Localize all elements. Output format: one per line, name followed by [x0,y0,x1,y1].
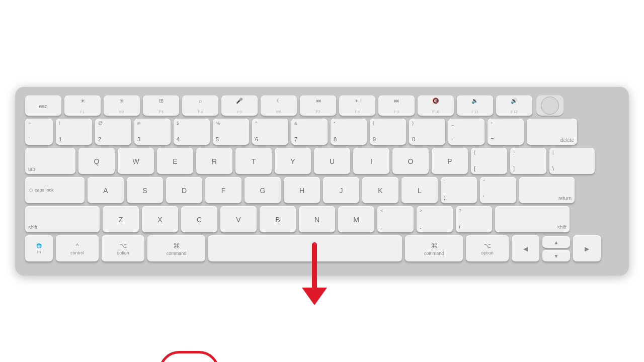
key-quote[interactable]: " ' [480,177,516,203]
key-f11[interactable]: 🔉 F11 [457,96,493,116]
key-capslock[interactable]: caps lock [25,177,85,203]
key-1[interactable]: ! 1 [56,119,92,145]
option-right-icon: ⌥ [484,242,491,249]
key-h[interactable]: H [284,177,320,203]
key-fn[interactable]: 🌐 fn [25,235,53,261]
key-6[interactable]: ^ 6 [252,119,288,145]
key-option-left[interactable]: ⌥ option [102,235,144,261]
key-j[interactable]: J [323,177,359,203]
y-label: Y [290,157,295,165]
f1-icon: ☀ [80,98,86,105]
key-t[interactable]: T [235,148,272,174]
key-return[interactable]: return [519,177,575,203]
lbracket-bottom: [ [474,166,475,171]
key-rbracket[interactable]: } ] [510,148,546,174]
key-slash[interactable]: ? / [456,206,492,232]
comma-bottom: , [380,224,382,230]
key-backslash[interactable]: | \ [549,148,595,174]
key-f7[interactable]: ⏮ F7 [300,96,336,116]
key-option-right[interactable]: ⌥ option [466,235,509,261]
key-d[interactable]: D [166,177,202,203]
touch-id-key[interactable] [536,96,564,116]
key-y[interactable]: Y [275,148,311,174]
key-f2[interactable]: ✳ F2 [104,96,140,116]
key-a[interactable]: A [88,177,124,203]
key-i[interactable]: I [353,148,389,174]
key-arrow-right[interactable]: ▶ [573,235,601,261]
comma-top: < [380,209,383,213]
4-bottom: 4 [177,137,180,142]
key-x[interactable]: X [142,206,178,232]
key-r[interactable]: R [196,148,232,174]
key-3[interactable]: # 3 [134,119,171,145]
key-equals[interactable]: + = [488,119,524,145]
key-control[interactable]: ^ control [56,235,99,261]
key-shift-left[interactable]: shift [25,206,100,232]
key-shift-right[interactable]: shift [495,206,570,232]
key-f4[interactable]: ⌕ F4 [182,96,218,116]
key-tab[interactable]: tab [25,148,75,174]
key-o[interactable]: O [392,148,429,174]
key-7[interactable]: & 7 [291,119,328,145]
key-semicolon[interactable]: : ; [441,177,477,203]
qwerty-row: tab Q W E R [25,148,619,174]
key-space[interactable] [208,235,402,261]
arrow-updown-container: ▲ ▼ [542,236,570,261]
l-label: L [418,187,422,195]
key-delete[interactable]: delete [527,119,577,145]
key-l[interactable]: L [401,177,438,203]
keyboard: esc ☀ F1 ✳ F2 ⊞ F3 [15,86,629,276]
f6-label: F6 [276,110,281,114]
key-lbracket[interactable]: { [ [471,148,507,174]
key-f1[interactable]: ☀ F1 [64,96,101,116]
key-k[interactable]: K [362,177,398,203]
key-5[interactable]: % 5 [213,119,249,145]
key-f8[interactable]: ⏯ F8 [339,96,375,116]
key-f5[interactable]: 🎤 F5 [221,96,258,116]
f3-icon: ⊞ [159,98,164,104]
key-esc[interactable]: esc [25,96,61,116]
key-2[interactable]: @ 2 [95,119,131,145]
key-backtick[interactable]: ~ ` [25,119,53,145]
f1-label: F1 [80,110,85,114]
key-arrow-up[interactable]: ▲ [542,236,570,248]
key-minus[interactable]: _ - [448,119,485,145]
key-period[interactable]: > . [417,206,453,232]
key-comma[interactable]: < , [377,206,414,232]
m-label: M [353,216,359,224]
x-label: X [157,216,162,224]
f12-icon: 🔊 [511,98,518,104]
key-f[interactable]: F [205,177,242,203]
key-e[interactable]: E [157,148,193,174]
key-v[interactable]: V [220,206,257,232]
key-f3[interactable]: ⊞ F3 [143,96,179,116]
fn-icon: 🌐 [36,243,42,248]
key-arrow-left[interactable]: ◀ [512,235,539,261]
key-u[interactable]: U [314,148,350,174]
key-arrow-down[interactable]: ▼ [542,250,570,261]
key-8[interactable]: * 8 [331,119,367,145]
key-9[interactable]: ( 9 [370,119,406,145]
key-4[interactable]: $ 4 [174,119,210,145]
key-command-left[interactable]: ⌘ command [147,235,205,261]
key-m[interactable]: M [338,206,374,232]
key-f10[interactable]: 🔇 F10 [418,96,454,116]
f6-icon: ☾ [276,98,281,104]
key-c[interactable]: C [181,206,217,232]
key-z[interactable]: Z [103,206,139,232]
key-w[interactable]: W [118,148,154,174]
key-q[interactable]: Q [78,148,115,174]
f10-label: F10 [432,110,439,114]
key-command-right[interactable]: ⌘ command [405,235,463,261]
rbracket-top: } [513,150,515,155]
key-g[interactable]: G [245,177,281,203]
asdf-row: caps lock A S D F [25,177,619,203]
key-f9[interactable]: ⏭ F9 [378,96,415,116]
key-f6[interactable]: ☾ F6 [261,96,297,116]
key-0[interactable]: ) 0 [409,119,445,145]
key-s[interactable]: S [127,177,163,203]
key-f12[interactable]: 🔊 F12 [496,96,532,116]
key-b[interactable]: B [260,206,296,232]
key-p[interactable]: P [432,148,468,174]
key-n[interactable]: N [299,206,335,232]
